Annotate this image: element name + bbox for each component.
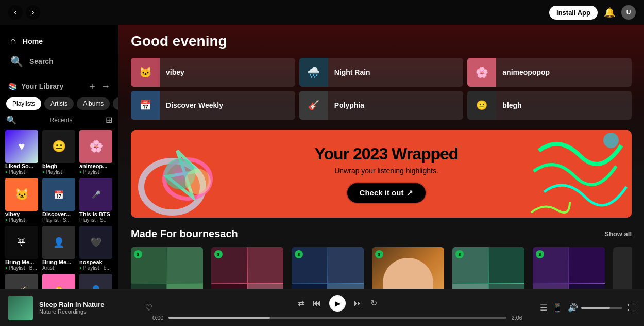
bringme2-thumb: 👤 xyxy=(42,226,75,259)
player-controls: ⇄ ⏮ ▶ ⏭ ↻ 0:00 2:06 xyxy=(152,295,522,321)
sidebar-item-home[interactable]: ⌂ Home xyxy=(8,31,110,51)
quick-link-polyphia[interactable]: 🎸 Polyphia xyxy=(299,91,464,120)
nightrain-quick-label: Night Rain xyxy=(328,68,377,76)
library-item-discover[interactable]: 📅 Discover... Playlist · S... xyxy=(42,178,76,223)
library-expand-button[interactable]: → xyxy=(101,80,110,92)
library-item-anime[interactable]: 🌸 animeop... ●Playlist · xyxy=(79,130,113,175)
mix-card-5[interactable]: S Daily Mix 5 Daily Mix 5 Helsen, bvb, Y… xyxy=(452,247,524,289)
bringme1-name: Bring Me... xyxy=(5,259,39,265)
filter-podcasts[interactable]: Pod... xyxy=(113,97,118,110)
nav-back-button[interactable]: ‹ xyxy=(8,5,23,20)
your-library-title[interactable]: 📚 Your Library xyxy=(8,82,63,90)
mix-card-4[interactable]: S Daily Mix 4 Daily Mix 4 Bilal, Polyphi… xyxy=(372,247,444,289)
discover-sub: Playlist · S... xyxy=(42,217,76,223)
filter-albums[interactable]: Albums xyxy=(77,97,110,110)
play-pause-button[interactable]: ▶ xyxy=(329,295,346,312)
library-icon: 📚 xyxy=(8,82,17,90)
wrapped-banner[interactable]: Your 2023 Wrapped Unwrap your listening … xyxy=(131,130,632,218)
bell-icon[interactable]: 🔔 xyxy=(604,7,615,18)
quick-link-nightrain[interactable]: 🌧️ Night Rain xyxy=(299,58,464,87)
quick-link-blegh[interactable]: 😐 blegh xyxy=(467,91,632,120)
library-item-v[interactable]: 👤 V xyxy=(79,274,113,289)
library-item-bringme2[interactable]: 👤 Bring Me... Artist xyxy=(42,226,76,271)
mix-card-6[interactable]: S Daily Mix 6 Daily Mix 6 Daisy, Purple,… xyxy=(533,247,605,289)
mix4-thumb: S Daily Mix 4 xyxy=(372,247,444,289)
quick-link-discover[interactable]: 📅 Discover Weekly xyxy=(131,91,295,120)
quick-link-anime[interactable]: 🌸 animeopopop xyxy=(467,58,632,87)
next-button[interactable]: ⏭ xyxy=(354,299,362,308)
home-icon: ⌂ xyxy=(10,35,16,47)
progress-fill xyxy=(168,317,270,319)
sidebar-search-label: Search xyxy=(29,57,54,66)
devices-button[interactable]: 📱 xyxy=(552,303,563,313)
filter-playlists[interactable]: Playlists xyxy=(6,97,41,110)
show-all-button[interactable]: Show all xyxy=(604,230,632,238)
bringme2-sub: Artist xyxy=(42,265,76,271)
now-playing-info: Sleep Rain in Nature Nature Recordings xyxy=(39,301,139,315)
avatar[interactable]: U xyxy=(621,5,636,20)
progress-bar: 0:00 2:06 xyxy=(152,315,522,321)
prev-button[interactable]: ⏮ xyxy=(313,299,321,308)
library-item-bts[interactable]: 🎤 This Is BTS Playlist · S... xyxy=(79,178,113,223)
fullscreen-button[interactable]: ⛶ xyxy=(628,303,636,313)
anime-sub: ●Playlist · xyxy=(79,169,113,175)
library-search-bar: 🔍 Recents ⊞ xyxy=(0,113,118,128)
install-app-button[interactable]: Install App xyxy=(549,6,598,20)
made-for-title: Made For bournesach xyxy=(131,228,238,240)
bringme1-sub: ●Playlist · B... xyxy=(5,265,39,271)
sidebar-item-search[interactable]: 🔍 Search xyxy=(8,51,110,72)
queue-button[interactable]: ☰ xyxy=(540,303,547,313)
mix6-thumb: S Daily Mix 6 xyxy=(533,247,605,289)
external-link-icon: ↗ xyxy=(406,188,413,198)
library-item-liked[interactable]: ♥ Liked So... ●Playlist · xyxy=(5,130,39,175)
filter-artists[interactable]: Artists xyxy=(44,97,74,110)
mix-grid: S Daily Mix 1 Daily Mix 1 Chaos, Atlanti… xyxy=(131,247,632,289)
top-bar-right: Install App 🔔 U xyxy=(549,5,636,20)
library-item-nothing[interactable]: 🎸 Nothing xyxy=(5,274,39,289)
mix1-thumb: S Daily Mix 1 xyxy=(131,247,203,289)
like-track-button[interactable]: ♡ xyxy=(145,303,152,313)
library-search-icon[interactable]: 🔍 xyxy=(6,115,16,125)
library-item-vibey[interactable]: 🐱 vibey ●Playlist · xyxy=(5,178,39,223)
nospeak-sub: ●Playlist · b... xyxy=(79,265,113,271)
volume-track[interactable] xyxy=(581,307,622,309)
library-item-nospeak[interactable]: 🖤 nospeak ●Playlist · b... xyxy=(79,226,113,271)
library-item-gemini[interactable]: ♊ GEMINI xyxy=(42,274,76,289)
library-item-bringme1[interactable]: ⛧ Bring Me... ●Playlist · B... xyxy=(5,226,39,271)
volume-bar: 🔊 xyxy=(568,303,622,313)
mix-card-radar[interactable]: ReleaseRadar Release Radar Catch all the… xyxy=(613,247,632,289)
polyphia-quick-label: Polyphia xyxy=(328,101,370,109)
anime-thumb: 🌸 xyxy=(79,130,112,163)
repeat-button[interactable]: ↻ xyxy=(370,298,377,308)
spotify-badge-5: S xyxy=(455,250,464,258)
discover-name: Discover... xyxy=(42,211,76,217)
wrapped-subtitle: Unwrap your listening highlights. xyxy=(334,167,438,175)
bts-sub: Playlist · S... xyxy=(79,217,113,223)
mix-card-2[interactable]: S Daily Mix 2 Daily Mix 2 Bring Me The H… xyxy=(211,247,283,289)
grid-view-icon[interactable]: ⊞ xyxy=(106,115,112,125)
progress-track[interactable] xyxy=(168,317,506,319)
recents-label[interactable]: Recents xyxy=(49,117,72,124)
library-add-button[interactable]: ＋ xyxy=(88,80,97,92)
quick-link-vibey[interactable]: 🐱 vibey xyxy=(131,58,295,87)
polyphia-quick-thumb: 🎸 xyxy=(299,91,328,120)
volume-icon[interactable]: 🔊 xyxy=(568,303,578,313)
anime-name: animeop... xyxy=(79,163,113,169)
library-item-blegh[interactable]: 😐 blegh ●Playlist · xyxy=(42,130,76,175)
blegh-thumb: 😐 xyxy=(42,130,75,163)
filter-chips: Playlists Artists Albums Pod... › xyxy=(0,94,118,113)
library-label: Your Library xyxy=(21,82,63,90)
track-title: Sleep Rain in Nature xyxy=(39,301,139,308)
sidebar: ⌂ Home 🔍 Search 📚 Your Library ＋ → Playl… xyxy=(0,25,118,289)
mix-card-1[interactable]: S Daily Mix 1 Daily Mix 1 Chaos, Atlanti… xyxy=(131,247,203,289)
check-it-out-button[interactable]: Check it out ↗ xyxy=(346,182,427,204)
liked-songs-sub: ●Playlist · xyxy=(5,169,39,175)
wrapped-center: Your 2023 Wrapped Unwrap your listening … xyxy=(244,144,529,204)
shuffle-button[interactable]: ⇄ xyxy=(298,298,304,308)
mix-card-3[interactable]: S Daily Mix 3 Daily Mix 3 THE BOYZ, IU, … xyxy=(292,247,364,289)
volume-fill xyxy=(581,307,610,309)
anime-quick-thumb: 🌸 xyxy=(467,58,496,87)
wrapped-title: Your 2023 Wrapped xyxy=(315,144,459,164)
nav-forward-button[interactable]: › xyxy=(26,5,40,20)
svg-point-5 xyxy=(185,169,211,194)
